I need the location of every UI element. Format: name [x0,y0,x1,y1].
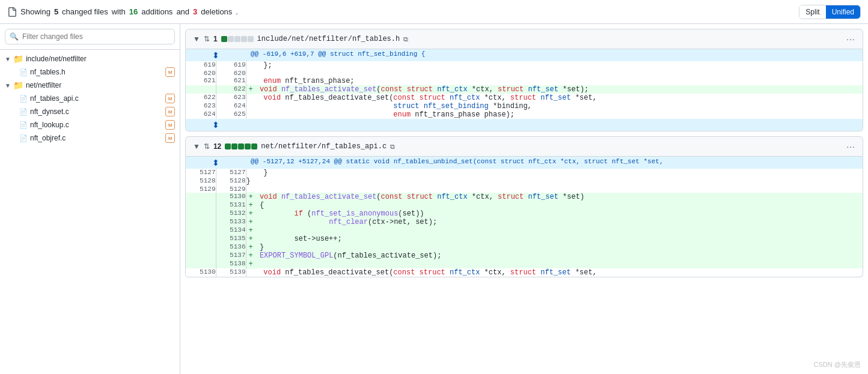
code-cell: + void nf_tables_activate_set(const stru… [246,85,863,94]
modified-badge: M [165,133,175,143]
old-ln [186,243,216,252]
old-ln [186,226,216,235]
hunk-expand-info [246,119,863,131]
table-row: 621 621 enum nft_trans_phase; [186,77,863,85]
file-icon: 📄 [19,108,28,116]
file-nft-objref-c[interactable]: 📄 nft_objref.c M [0,131,180,145]
unified-button[interactable]: Unified [826,5,860,19]
folder-net-netfilter[interactable]: ▼ 📁 net/netfilter [0,79,180,92]
file2-arrows-icon: ⇅ [204,142,210,151]
code-cell: + void nf_tables_activate_set(const stru… [246,193,863,201]
file1-header-left: ▼ ⇅ 1 include/net/netfilter/nf_tables.h … [193,35,408,43]
old-ln: 619 [186,61,216,70]
old-ln [186,201,216,210]
hunk-header-row: ⬍ @@ -619,6 +619,7 @@ struct nft_set_bin… [186,49,863,61]
file2-diff-blocks [225,143,257,149]
diff-block-neutral [241,36,247,42]
old-ln: 5130 [186,268,216,277]
additions-count: 16 [129,7,138,16]
code-cell: + [246,226,863,235]
modified-badge: M [165,107,175,116]
deletions-count: 3 [193,7,197,16]
table-row: 5128 5128 } [186,177,863,185]
watermark: CSDN @先俊恩 [814,360,861,369]
view-toggle: Split Unified [799,5,861,19]
main-layout: 🔍 ▼ 📁 include/net/netfilter 📄 nf_tables.… [0,24,868,374]
deletions-label: deletions [201,7,232,16]
table-row: 5138 + [186,260,863,268]
showing-text: Showing [20,7,50,16]
hunk-expand-button-bottom[interactable]: ⬍ [210,120,222,130]
new-ln: 5133 [216,218,246,226]
file-nf-tables-api-c[interactable]: 📄 nf_tables_api.c M [0,92,180,105]
code-cell: void nf_tables_deactivate_set(const stru… [246,268,863,277]
file-nft-lookup-c[interactable]: 📄 nft_lookup.c M [0,118,180,131]
changed-label: changed files [62,7,108,16]
hunk-expand-button[interactable]: ⬍ [210,158,222,167]
diff-block-add [231,143,237,149]
file-nft-dynset-c[interactable]: 📄 nft_dynset.c M [0,105,180,118]
old-ln: 5129 [186,185,216,193]
file1-diff-blocks [221,36,254,42]
file2-header-left: ▼ ⇅ 12 net/netfilter/nf_tables_api.c ⧉ [193,142,395,151]
code-cell: enum nft_trans_phase; [246,77,863,85]
code-cell: }; [246,61,863,70]
code-cell: + if (nft_set_is_anonymous(set)) [246,210,863,218]
file1-collapse-button[interactable]: ▼ [193,35,200,43]
table-row: 5130 5139 void nf_tables_deactivate_set(… [186,268,863,277]
file2-path: net/netfilter/nf_tables_api.c [261,142,387,151]
file2-diff-table: ⬍ @@ -5127,12 +5127,24 @@ static void nf… [186,157,863,277]
diff-icon [7,7,17,17]
split-button[interactable]: Split [799,5,825,19]
folder-include-net-netfilter[interactable]: ▼ 📁 include/net/netfilter [0,52,180,65]
file-label: nf_tables.h [30,68,66,76]
code-cell: void nf_tables_deactivate_set(const stru… [246,94,863,102]
sidebar: 🔍 ▼ 📁 include/net/netfilter 📄 nf_tables.… [0,24,180,374]
code-cell: + } [246,243,863,252]
code-cell: } [246,169,863,177]
folder-icon: 📁 [13,54,23,64]
file2-collapse-button[interactable]: ▼ [193,142,200,151]
code-cell [246,185,863,193]
diff-block-add [221,36,227,42]
file1-diff-table: ⬍ @@ -619,6 +619,7 @@ struct nft_set_bin… [186,49,863,131]
file2-num: 12 [213,142,221,151]
table-row: 5127 5127 } [186,169,863,177]
table-row: 5130 + void nf_tables_activate_set(const… [186,193,863,201]
old-ln: 624 [186,110,216,119]
hunk-expand-row-bottom: ⬍ [186,119,863,131]
top-bar: Showing 5 changed files with 16 addition… [0,0,868,24]
with-text: with [112,7,126,16]
new-ln: 5135 [216,235,246,243]
file1-arrows-icon: ⇅ [204,35,210,43]
new-ln: 622 [216,85,246,94]
file-label: nft_lookup.c [30,121,69,129]
changed-count: 5 [54,7,58,16]
modified-badge: M [165,67,175,77]
new-ln: 5139 [216,268,246,277]
new-ln: 5130 [216,193,246,201]
new-ln: 623 [216,94,246,102]
hunk-info: @@ -5127,12 +5127,24 @@ static void nf_t… [246,157,863,169]
diff-block-add [251,143,257,149]
file2-more-button[interactable]: ··· [846,142,855,151]
new-ln: 5134 [216,226,246,235]
code-cell: + [246,260,863,268]
old-ln: 623 [186,102,216,110]
file-icon: 📄 [19,95,28,103]
old-ln: 5127 [186,169,216,177]
search-input[interactable] [5,29,175,44]
hunk-expand-button[interactable]: ⬍ [210,50,222,60]
file1-copy-button[interactable]: ⧉ [403,35,408,43]
table-row: 5131 + { [186,201,863,210]
diff-area: ▼ ⇅ 1 include/net/netfilter/nf_tables.h … [180,24,868,374]
table-row: 624 625 enum nft_trans_phase phase); [186,110,863,119]
table-row: 5135 + set->use++; [186,235,863,243]
table-row: 623 624 struct nft_set_binding *binding, [186,102,863,110]
file-nf-tables-h[interactable]: 📄 nf_tables.h M [0,65,180,79]
file1-more-button[interactable]: ··· [846,34,855,44]
file2-copy-button[interactable]: ⧉ [390,143,395,151]
diff-block-neutral [234,36,240,42]
new-ln: 620 [216,70,246,77]
new-ln: 5128 [216,177,246,185]
